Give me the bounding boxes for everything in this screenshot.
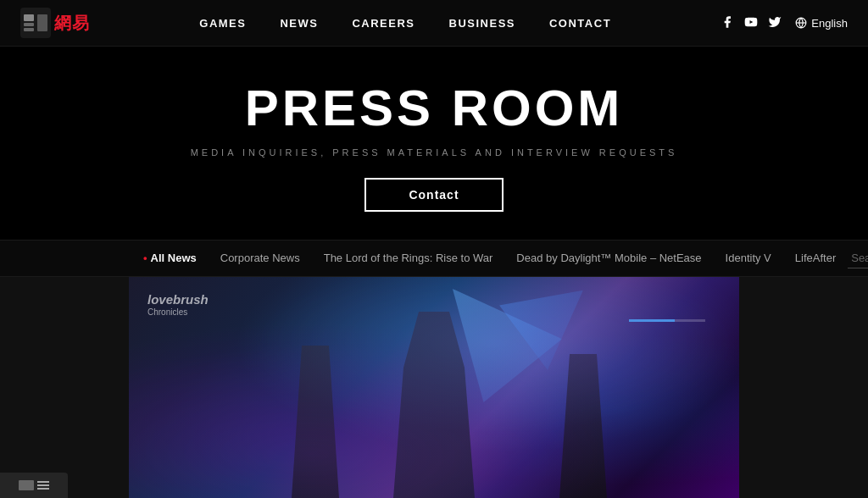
svg-rect-1 — [24, 14, 34, 21]
nav-news[interactable]: NEWS — [280, 17, 318, 30]
hero-subtitle: MEDIA INQUIRIES, PRESS MATERIALS AND INT… — [191, 147, 678, 158]
bottom-bar-menu-icon — [37, 481, 49, 490]
svg-rect-10 — [129, 277, 739, 498]
filter-lifeafter[interactable]: LifeAfter — [783, 241, 848, 276]
contact-button[interactable]: Contact — [364, 178, 503, 212]
globe-icon — [795, 17, 807, 29]
main-nav: GAMES NEWS CAREERS BUSINESS CONTACT — [199, 17, 611, 30]
hero-section: PRESS ROOM MEDIA INQUIRIES, PRESS MATERI… — [0, 47, 868, 240]
facebook-icon[interactable] — [721, 15, 734, 31]
svg-rect-3 — [24, 28, 34, 31]
atmosphere-overlay — [129, 277, 739, 498]
site-header: 網易 GAMES NEWS CAREERS BUSINESS CONTACT — [0, 0, 868, 47]
filter-all-news[interactable]: All News — [131, 241, 209, 276]
netease-logo: 網易 — [20, 8, 90, 38]
language-label: English — [811, 17, 848, 30]
nav-games[interactable]: GAMES — [199, 17, 246, 30]
filter-identity-v[interactable]: Identity V — [714, 241, 783, 276]
filter-dead-by-daylight[interactable]: Dead by Daylight™ Mobile – NetEase — [504, 241, 713, 276]
hero-title: PRESS ROOM — [245, 83, 624, 134]
language-selector[interactable]: English — [795, 17, 848, 30]
bottom-bar[interactable] — [0, 473, 68, 498]
nav-business[interactable]: BUSINESS — [449, 17, 515, 30]
filter-corporate-news[interactable]: Corporate News — [209, 241, 312, 276]
content-area: lovebrush Chronicles — [0, 277, 868, 498]
youtube-icon[interactable] — [744, 15, 758, 31]
header-right: English — [721, 15, 848, 31]
social-icons — [721, 15, 782, 31]
svg-rect-4 — [37, 14, 47, 31]
twitter-icon[interactable] — [768, 15, 782, 31]
filter-lotr[interactable]: The Lord of the Rings: Rise to War — [312, 241, 505, 276]
logo-svg — [20, 8, 51, 38]
svg-rect-2 — [24, 23, 34, 26]
filter-search — [848, 248, 868, 268]
logo-area[interactable]: 網易 — [20, 8, 90, 38]
filter-bar: All News Corporate News The Lord of the … — [0, 240, 868, 277]
nav-careers[interactable]: CAREERS — [352, 17, 415, 30]
bottom-bar-icon — [19, 480, 34, 490]
nav-contact[interactable]: CONTACT — [549, 17, 611, 30]
search-input[interactable] — [848, 248, 868, 268]
featured-image: lovebrush Chronicles — [129, 277, 739, 498]
logo-chinese-text: 網易 — [54, 12, 90, 35]
